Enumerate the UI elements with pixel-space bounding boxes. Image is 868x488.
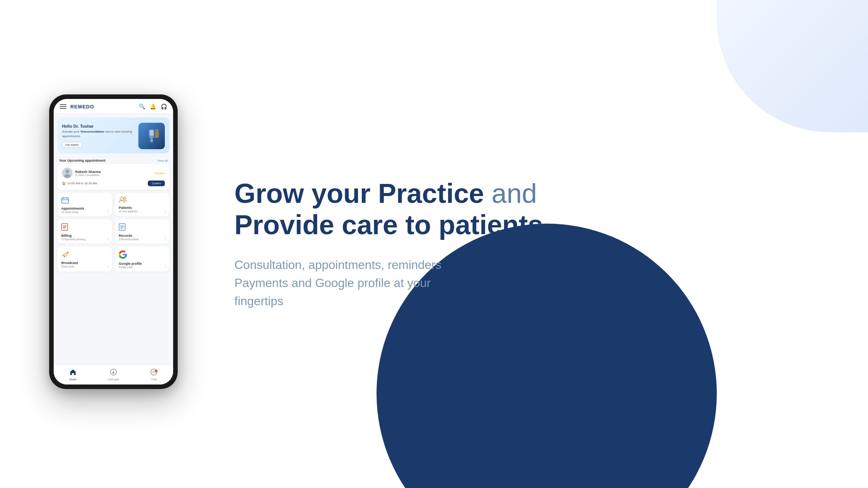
phone-header-right: 🔍 🔔 🎧 [139,103,167,110]
appointments-card-subtitle: 10 Visits today [61,211,108,213]
svg-point-5 [155,129,158,132]
hero-greeting: Hello Dr. Tushar [62,124,135,128]
home-nav-label: Home [70,378,77,381]
hero-illustration-svg [142,127,161,145]
home-icon-small: 🏠 [62,182,66,185]
headset-icon[interactable]: 🎧 [161,103,167,110]
appointment-row: Rakesh Sharma In clinic Consultation Ten… [62,168,165,178]
svg-rect-9 [62,198,68,203]
appointments-arrow-icon: › [108,210,109,213]
google-profile-card-subtitle: Profile visits [119,266,166,269]
patient-details: Rakesh Sharma In clinic Consultation [75,170,101,176]
hero-illustration [138,123,165,149]
patients-card[interactable]: Patients 16 new patients › [115,193,169,216]
headline-grow: Grow your [234,178,378,208]
patient-name: Rakesh Sharma [75,170,101,174]
chat-nav-icon: 1 [150,368,158,377]
svg-rect-1 [150,130,153,136]
hero-text: Hello Dr. Tushar Activate your Teleconsu… [62,124,135,147]
subtitle-line3: fingertips [234,294,284,308]
appointment-time-text: 10:00 AM to 10:30 AM [67,182,97,185]
patient-info: Rakesh Sharma In clinic Consultation [62,168,101,178]
broadcast-card-title: Broadcast [61,261,108,265]
records-icon [119,223,166,232]
records-card-title: Records [119,234,166,238]
svg-point-14 [124,197,126,199]
subtitle-line1: Consultation, appointments, reminders [234,258,442,272]
hero-subtitle: Activate your Teleconsultation now to st… [62,130,135,138]
hamburger-menu-icon[interactable] [60,104,67,109]
patients-card-title: Patients [119,206,166,210]
svg-point-23 [67,252,69,253]
broadcast-card-subtitle: Share post [61,265,108,268]
billing-card-subtitle: 3 Payments pending [61,238,108,241]
nav-chat[interactable]: 1 Chat [150,368,158,381]
google-profile-card[interactable]: Google profile Profile visits › [115,247,169,272]
billing-card-title: Billing [61,234,108,238]
get-started-button[interactable]: Get started [62,142,82,148]
tentative-badge: Tentative [154,172,165,175]
phone-mockup-section: REMEDO 🔍 🔔 🎧 Hello Dr. Tushar Activate y… [30,19,197,465]
bell-icon[interactable]: 🔔 [150,103,156,110]
marketing-subtitle: Consultation, appointments, reminders Pa… [234,256,575,310]
patient-avatar [62,168,73,178]
subtitle-line2: Payments and Google profile at your [234,276,431,290]
headline-line2: Provide care to patients [234,209,838,241]
appointment-time-row: 🏠 10:00 AM to 10:30 AM Confirm [62,181,165,186]
patients-arrow-icon: › [165,210,166,213]
svg-point-26 [152,372,153,372]
google-icon [119,250,166,260]
nav-care-plan[interactable]: Care plan [108,368,119,381]
care-plan-nav-icon [110,368,117,377]
care-plan-nav-label: Care plan [108,378,119,381]
svg-point-7 [65,170,69,173]
phone-header: REMEDO 🔍 🔔 🎧 [54,99,173,114]
marketing-section: Grow your Practice and Provide care to p… [215,0,868,488]
headline-practice: Practice [378,178,484,208]
grid-section: Appointments 10 Visits today › [54,193,173,275]
hero-subtitle-plain: Activate your [62,130,80,133]
patient-type: In clinic Consultation [75,174,101,176]
phone-screen: REMEDO 🔍 🔔 🎧 Hello Dr. Tushar Activate y… [54,99,173,385]
appointments-card-title: Appointments [61,207,108,210]
billing-arrow-icon: › [108,237,109,241]
chat-nav-label: Chat [151,378,157,381]
google-profile-arrow-icon: › [165,265,166,269]
confirm-button[interactable]: Confirm [148,181,165,186]
appointments-icon [61,197,108,205]
appointments-card[interactable]: Appointments 10 Visits today › [57,193,112,216]
hero-subtitle-bold: Teleconsultation [80,130,104,133]
bottom-navigation: Home Care plan [54,365,173,385]
phone-content: Hello Dr. Tushar Activate your Teleconsu… [54,114,173,365]
patients-card-subtitle: 16 new patients [119,210,166,213]
headline-line1: Grow your Practice and [234,178,838,209]
patients-icon [119,197,166,204]
hero-banner: Hello Dr. Tushar Activate your Teleconsu… [57,117,169,153]
upcoming-section-header: Your Upcoming appointment View all [54,156,173,164]
phone-frame: REMEDO 🔍 🔔 🎧 Hello Dr. Tushar Activate y… [49,94,178,389]
search-icon[interactable]: 🔍 [139,103,145,110]
svg-rect-3 [150,137,153,140]
app-name: REMEDO [70,104,94,110]
broadcast-card[interactable]: Broadcast Share post › [57,247,112,272]
svg-rect-4 [155,132,159,138]
headline-provide-care: Provide care to patients [234,210,543,240]
billing-icon [61,223,108,232]
records-card-subtitle: 3 Records added [119,238,166,241]
appointment-card: Rakesh Sharma In clinic Consultation Ten… [57,164,169,190]
avatar-svg [62,168,73,178]
svg-point-13 [120,197,123,200]
broadcast-arrow-icon: › [108,265,109,269]
phone-header-left: REMEDO [60,104,94,110]
view-all-link[interactable]: View all [158,159,168,162]
main-headline: Grow your Practice and Provide care to p… [234,178,838,241]
records-card[interactable]: Records 3 Records added › [115,219,169,244]
headline-and: and [484,178,537,208]
appointment-time: 🏠 10:00 AM to 10:30 AM [62,182,97,185]
svg-point-27 [153,372,154,372]
broadcast-icon [61,250,108,259]
home-nav-icon [69,368,77,377]
records-arrow-icon: › [165,237,166,241]
nav-home[interactable]: Home [69,368,77,381]
billing-card[interactable]: Billing 3 Payments pending › [57,219,112,244]
